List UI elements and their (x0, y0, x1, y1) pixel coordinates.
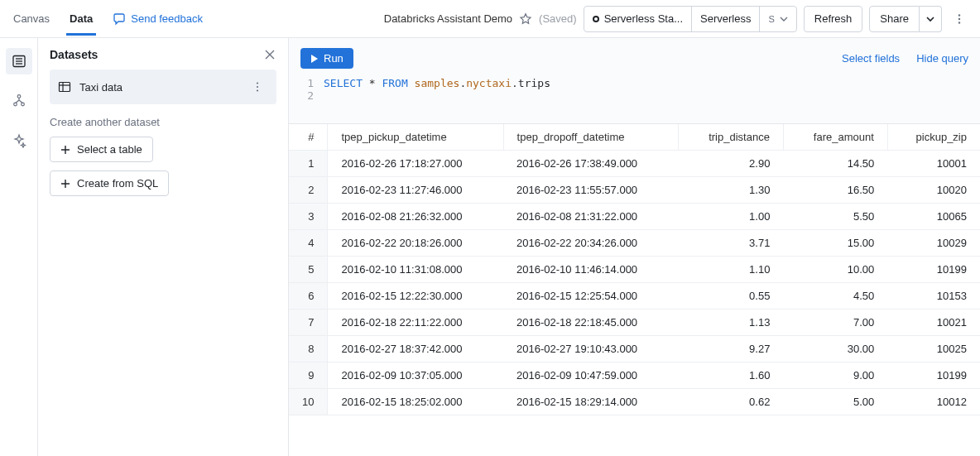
row-index: 9 (289, 362, 328, 389)
table-icon (58, 80, 71, 94)
datasets-panel: Datasets Taxi data Create another datase… (38, 38, 289, 456)
panel-title: Datasets (50, 48, 98, 61)
rail-datasets-button[interactable] (6, 48, 32, 74)
column-header-index[interactable]: # (289, 124, 328, 151)
topbar: Canvas Data Send feedback Databricks Ass… (0, 0, 980, 38)
column-header[interactable]: fare_amount (783, 124, 887, 151)
table-row[interactable]: 92016-02-09 10:37:05.0002016-02-09 10:47… (289, 362, 980, 389)
row-index: 8 (289, 336, 328, 362)
cell: 2016-02-09 10:47:59.000 (503, 362, 679, 389)
cell: 1.30 (679, 177, 784, 204)
select-fields-link[interactable]: Select fields (842, 52, 900, 65)
cluster-selector[interactable]: Serverless Sta... Serverless S (584, 6, 797, 32)
cell: 10001 (887, 151, 980, 177)
cell: 2016-02-18 22:11:22.000 (328, 310, 503, 336)
select-table-button[interactable]: Select a table (50, 137, 153, 162)
plus-icon (60, 179, 70, 189)
cell: 16.50 (783, 177, 887, 204)
cell: 15.00 (783, 230, 887, 257)
cell: 9.27 (679, 336, 784, 362)
cell: 10153 (887, 283, 980, 310)
table-row[interactable]: 62016-02-15 12:22:30.0002016-02-15 12:25… (289, 283, 980, 310)
hide-query-link[interactable]: Hide query (916, 52, 968, 65)
svg-point-7 (17, 95, 21, 98)
dataset-item-taxi[interactable]: Taxi data (50, 70, 276, 104)
column-header[interactable]: trip_distance (679, 124, 784, 151)
table-row[interactable]: 82016-02-27 18:37:42.0002016-02-27 19:10… (289, 336, 980, 362)
main: Datasets Taxi data Create another datase… (0, 38, 980, 456)
table-row[interactable]: 52016-02-10 11:31:08.0002016-02-10 11:46… (289, 257, 980, 283)
cell: 10021 (887, 310, 980, 336)
chevron-down-icon (780, 15, 788, 23)
plus-icon (60, 145, 70, 155)
rail-ai-button[interactable] (6, 127, 32, 154)
kebab-icon (954, 13, 965, 25)
close-icon (263, 48, 276, 61)
row-index: 5 (289, 257, 328, 283)
panel-close-button[interactable] (263, 48, 276, 61)
cluster-letter: S (768, 14, 774, 24)
svg-point-15 (257, 89, 258, 91)
cell: 2016-02-15 12:25:54.000 (503, 283, 679, 310)
share-button-group: Share (869, 6, 942, 32)
table-row[interactable]: 42016-02-22 20:18:26.0002016-02-22 20:34… (289, 230, 980, 257)
cell: 2016-02-26 17:38:49.000 (503, 151, 679, 177)
row-index: 1 (289, 151, 328, 177)
cell: 2016-02-18 22:18:45.000 (503, 310, 679, 336)
table-row[interactable]: 72016-02-18 22:11:22.0002016-02-18 22:18… (289, 310, 980, 336)
svg-point-14 (257, 86, 258, 88)
send-feedback-link[interactable]: Send feedback (113, 12, 203, 26)
cell: 0.62 (679, 389, 784, 415)
star-icon[interactable] (519, 12, 532, 26)
cell: 30.00 (783, 336, 887, 362)
cell: 2016-02-10 11:46:14.000 (503, 257, 679, 283)
svg-point-9 (21, 103, 24, 106)
run-label: Run (324, 52, 343, 65)
left-rail (0, 38, 38, 456)
svg-point-2 (958, 22, 960, 23)
rail-lineage-button[interactable] (6, 88, 32, 114)
refresh-button[interactable]: Refresh (804, 6, 863, 32)
create-from-sql-button[interactable]: Create from SQL (50, 170, 169, 196)
table-row[interactable]: 22016-02-23 11:27:46.0002016-02-23 11:55… (289, 177, 980, 204)
play-icon (310, 55, 319, 63)
column-header[interactable]: tpep_dropoff_datetime (503, 124, 679, 151)
svg-point-0 (958, 14, 960, 16)
results-table-wrap[interactable]: #tpep_pickup_datetimetpep_dropoff_dateti… (289, 123, 980, 456)
cell: 3.71 (679, 230, 784, 257)
tab-data[interactable]: Data (66, 2, 96, 36)
chat-icon (113, 12, 126, 26)
cell: 5.00 (783, 389, 887, 415)
tab-canvas[interactable]: Canvas (10, 2, 53, 36)
cell: 10065 (887, 204, 980, 230)
run-button[interactable]: Run (300, 48, 353, 69)
cell: 10.00 (783, 257, 887, 283)
share-button[interactable]: Share (869, 6, 920, 32)
svg-point-8 (13, 103, 17, 106)
overflow-menu[interactable] (949, 8, 970, 30)
results-table: #tpep_pickup_datetimetpep_dropoff_dateti… (289, 124, 980, 415)
share-menu-button[interactable] (920, 6, 942, 32)
row-index: 6 (289, 283, 328, 310)
svg-rect-10 (60, 83, 70, 92)
table-row[interactable]: 12016-02-26 17:18:27.0002016-02-26 17:38… (289, 151, 980, 177)
cell: 2016-02-23 11:27:46.000 (328, 177, 503, 204)
select-table-label: Select a table (77, 143, 142, 156)
editor-content: Run Select fields Hide query 1 SELECT * … (289, 38, 980, 456)
top-tabs: Canvas Data (10, 2, 96, 36)
cell: 9.00 (783, 362, 887, 389)
cluster-primary: Serverless Sta... (604, 12, 683, 25)
saved-indicator: (Saved) (539, 12, 577, 25)
row-index: 4 (289, 230, 328, 257)
table-row[interactable]: 32016-02-08 21:26:32.0002016-02-08 21:31… (289, 204, 980, 230)
sparkle-icon (12, 133, 26, 148)
sql-namespace: nyctaxi (466, 77, 512, 89)
column-header[interactable]: pickup_zip (887, 124, 980, 151)
table-row[interactable]: 102016-02-15 18:25:02.0002016-02-15 18:2… (289, 389, 980, 415)
column-header[interactable]: tpep_pickup_datetime (328, 124, 503, 151)
cell: 4.50 (783, 283, 887, 310)
sql-editor[interactable]: 1 SELECT * FROM samples.nyctaxi.trips 2 (300, 72, 968, 123)
cell: 2016-02-15 18:25:02.000 (328, 389, 503, 415)
cell: 2.90 (679, 151, 784, 177)
dataset-item-menu[interactable] (247, 76, 268, 98)
